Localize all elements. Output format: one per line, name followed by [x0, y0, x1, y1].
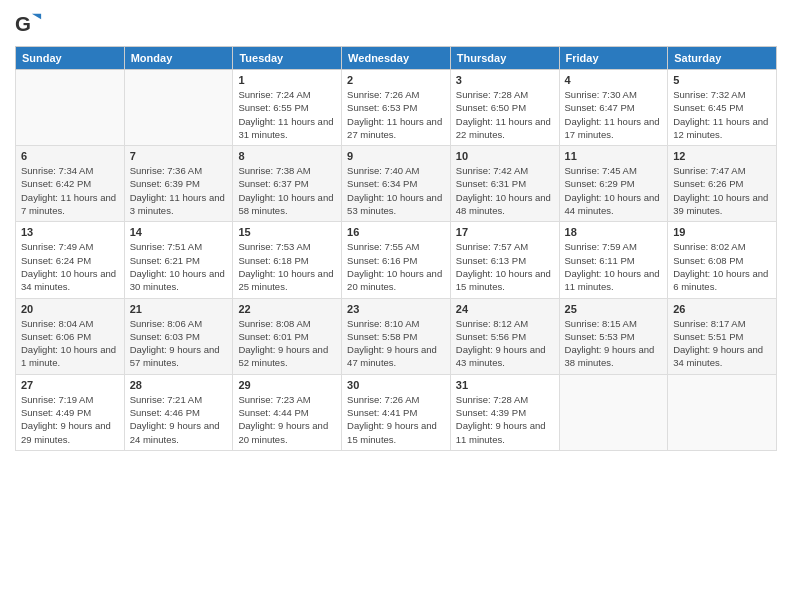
daylight-text: Daylight: 9 hours and 11 minutes. — [456, 420, 546, 444]
sunrise-text: Sunrise: 7:26 AM — [347, 394, 419, 405]
day-number: 31 — [456, 379, 554, 391]
svg-text:G: G — [15, 12, 31, 35]
sunrise-text: Sunrise: 7:24 AM — [238, 89, 310, 100]
day-info: Sunrise: 7:30 AM Sunset: 6:47 PM Dayligh… — [565, 88, 663, 141]
sunset-text: Sunset: 5:53 PM — [565, 331, 635, 342]
day-number: 6 — [21, 150, 119, 162]
daylight-text: Daylight: 11 hours and 7 minutes. — [21, 192, 116, 216]
day-info: Sunrise: 7:38 AM Sunset: 6:37 PM Dayligh… — [238, 164, 336, 217]
day-number: 19 — [673, 226, 771, 238]
daylight-text: Daylight: 10 hours and 48 minutes. — [456, 192, 551, 216]
calendar-week-row: 20 Sunrise: 8:04 AM Sunset: 6:06 PM Dayl… — [16, 298, 777, 374]
day-number: 14 — [130, 226, 228, 238]
sunset-text: Sunset: 5:56 PM — [456, 331, 526, 342]
sunset-text: Sunset: 6:45 PM — [673, 102, 743, 113]
weekday-header: Sunday — [16, 47, 125, 70]
day-info: Sunrise: 7:26 AM Sunset: 6:53 PM Dayligh… — [347, 88, 445, 141]
sunset-text: Sunset: 6:08 PM — [673, 255, 743, 266]
weekday-header: Monday — [124, 47, 233, 70]
sunset-text: Sunset: 6:16 PM — [347, 255, 417, 266]
day-info: Sunrise: 7:23 AM Sunset: 4:44 PM Dayligh… — [238, 393, 336, 446]
calendar-cell: 2 Sunrise: 7:26 AM Sunset: 6:53 PM Dayli… — [342, 70, 451, 146]
daylight-text: Daylight: 11 hours and 27 minutes. — [347, 116, 442, 140]
sunrise-text: Sunrise: 8:02 AM — [673, 241, 745, 252]
sunset-text: Sunset: 4:44 PM — [238, 407, 308, 418]
daylight-text: Daylight: 9 hours and 24 minutes. — [130, 420, 220, 444]
svg-marker-1 — [32, 14, 41, 20]
sunset-text: Sunset: 4:41 PM — [347, 407, 417, 418]
sunrise-text: Sunrise: 7:49 AM — [21, 241, 93, 252]
day-info: Sunrise: 7:42 AM Sunset: 6:31 PM Dayligh… — [456, 164, 554, 217]
calendar-table: SundayMondayTuesdayWednesdayThursdayFrid… — [15, 46, 777, 451]
day-info: Sunrise: 7:55 AM Sunset: 6:16 PM Dayligh… — [347, 240, 445, 293]
sunset-text: Sunset: 6:06 PM — [21, 331, 91, 342]
sunrise-text: Sunrise: 7:30 AM — [565, 89, 637, 100]
day-info: Sunrise: 8:04 AM Sunset: 6:06 PM Dayligh… — [21, 317, 119, 370]
sunrise-text: Sunrise: 7:45 AM — [565, 165, 637, 176]
weekday-header: Wednesday — [342, 47, 451, 70]
daylight-text: Daylight: 11 hours and 17 minutes. — [565, 116, 660, 140]
day-number: 8 — [238, 150, 336, 162]
calendar-cell: 12 Sunrise: 7:47 AM Sunset: 6:26 PM Dayl… — [668, 146, 777, 222]
daylight-text: Daylight: 11 hours and 22 minutes. — [456, 116, 551, 140]
sunset-text: Sunset: 5:51 PM — [673, 331, 743, 342]
weekday-header: Saturday — [668, 47, 777, 70]
daylight-text: Daylight: 9 hours and 57 minutes. — [130, 344, 220, 368]
sunset-text: Sunset: 6:47 PM — [565, 102, 635, 113]
day-number: 20 — [21, 303, 119, 315]
sunset-text: Sunset: 5:58 PM — [347, 331, 417, 342]
sunset-text: Sunset: 6:26 PM — [673, 178, 743, 189]
daylight-text: Daylight: 11 hours and 3 minutes. — [130, 192, 225, 216]
daylight-text: Daylight: 10 hours and 44 minutes. — [565, 192, 660, 216]
calendar-cell: 21 Sunrise: 8:06 AM Sunset: 6:03 PM Dayl… — [124, 298, 233, 374]
day-number: 17 — [456, 226, 554, 238]
day-info: Sunrise: 7:51 AM Sunset: 6:21 PM Dayligh… — [130, 240, 228, 293]
calendar-cell: 7 Sunrise: 7:36 AM Sunset: 6:39 PM Dayli… — [124, 146, 233, 222]
sunset-text: Sunset: 6:53 PM — [347, 102, 417, 113]
calendar-cell: 13 Sunrise: 7:49 AM Sunset: 6:24 PM Dayl… — [16, 222, 125, 298]
sunset-text: Sunset: 6:11 PM — [565, 255, 635, 266]
sunrise-text: Sunrise: 7:40 AM — [347, 165, 419, 176]
day-number: 15 — [238, 226, 336, 238]
calendar-cell: 3 Sunrise: 7:28 AM Sunset: 6:50 PM Dayli… — [450, 70, 559, 146]
calendar-header-row: SundayMondayTuesdayWednesdayThursdayFrid… — [16, 47, 777, 70]
sunrise-text: Sunrise: 8:06 AM — [130, 318, 202, 329]
calendar-cell: 6 Sunrise: 7:34 AM Sunset: 6:42 PM Dayli… — [16, 146, 125, 222]
daylight-text: Daylight: 10 hours and 30 minutes. — [130, 268, 225, 292]
day-info: Sunrise: 7:28 AM Sunset: 4:39 PM Dayligh… — [456, 393, 554, 446]
calendar-week-row: 1 Sunrise: 7:24 AM Sunset: 6:55 PM Dayli… — [16, 70, 777, 146]
sunset-text: Sunset: 4:46 PM — [130, 407, 200, 418]
sunrise-text: Sunrise: 7:26 AM — [347, 89, 419, 100]
day-number: 21 — [130, 303, 228, 315]
calendar-cell — [124, 70, 233, 146]
daylight-text: Daylight: 10 hours and 1 minute. — [21, 344, 116, 368]
day-number: 3 — [456, 74, 554, 86]
calendar-week-row: 6 Sunrise: 7:34 AM Sunset: 6:42 PM Dayli… — [16, 146, 777, 222]
day-number: 5 — [673, 74, 771, 86]
logo-icon: G — [15, 10, 43, 38]
day-info: Sunrise: 7:59 AM Sunset: 6:11 PM Dayligh… — [565, 240, 663, 293]
day-info: Sunrise: 8:10 AM Sunset: 5:58 PM Dayligh… — [347, 317, 445, 370]
calendar-cell: 19 Sunrise: 8:02 AM Sunset: 6:08 PM Dayl… — [668, 222, 777, 298]
header: G — [15, 10, 777, 38]
calendar-cell: 16 Sunrise: 7:55 AM Sunset: 6:16 PM Dayl… — [342, 222, 451, 298]
sunrise-text: Sunrise: 7:21 AM — [130, 394, 202, 405]
day-number: 4 — [565, 74, 663, 86]
calendar-cell: 14 Sunrise: 7:51 AM Sunset: 6:21 PM Dayl… — [124, 222, 233, 298]
day-info: Sunrise: 7:53 AM Sunset: 6:18 PM Dayligh… — [238, 240, 336, 293]
day-number: 29 — [238, 379, 336, 391]
logo: G — [15, 10, 45, 38]
sunset-text: Sunset: 6:03 PM — [130, 331, 200, 342]
day-number: 26 — [673, 303, 771, 315]
calendar-cell: 11 Sunrise: 7:45 AM Sunset: 6:29 PM Dayl… — [559, 146, 668, 222]
sunset-text: Sunset: 6:21 PM — [130, 255, 200, 266]
day-number: 7 — [130, 150, 228, 162]
day-info: Sunrise: 7:47 AM Sunset: 6:26 PM Dayligh… — [673, 164, 771, 217]
sunrise-text: Sunrise: 7:47 AM — [673, 165, 745, 176]
calendar-cell: 10 Sunrise: 7:42 AM Sunset: 6:31 PM Dayl… — [450, 146, 559, 222]
day-info: Sunrise: 7:32 AM Sunset: 6:45 PM Dayligh… — [673, 88, 771, 141]
day-number: 27 — [21, 379, 119, 391]
day-info: Sunrise: 7:45 AM Sunset: 6:29 PM Dayligh… — [565, 164, 663, 217]
sunset-text: Sunset: 4:39 PM — [456, 407, 526, 418]
daylight-text: Daylight: 11 hours and 12 minutes. — [673, 116, 768, 140]
